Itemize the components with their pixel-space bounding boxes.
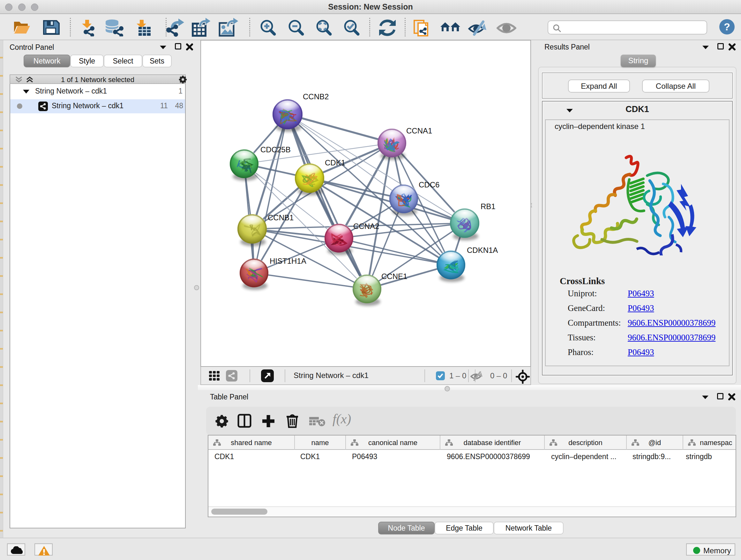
svg-text:CDC25B: CDC25B [260,145,291,154]
svg-text:HIST1H1A: HIST1H1A [270,257,307,265]
svg-text:CDK1: CDK1 [325,159,345,167]
svg-text:CCNB1: CCNB1 [268,213,293,222]
svg-text:?: ? [724,21,730,33]
svg-text:CDKN1A: CDKN1A [467,246,498,254]
svg-text:RB1: RB1 [481,202,495,211]
svg-text:CCNB2: CCNB2 [303,92,329,101]
svg-text:CCNA2: CCNA2 [353,222,379,231]
svg-text:CDC6: CDC6 [419,180,440,189]
svg-text:CCNA1: CCNA1 [406,126,432,135]
svg-text:CCNE1: CCNE1 [381,272,407,281]
